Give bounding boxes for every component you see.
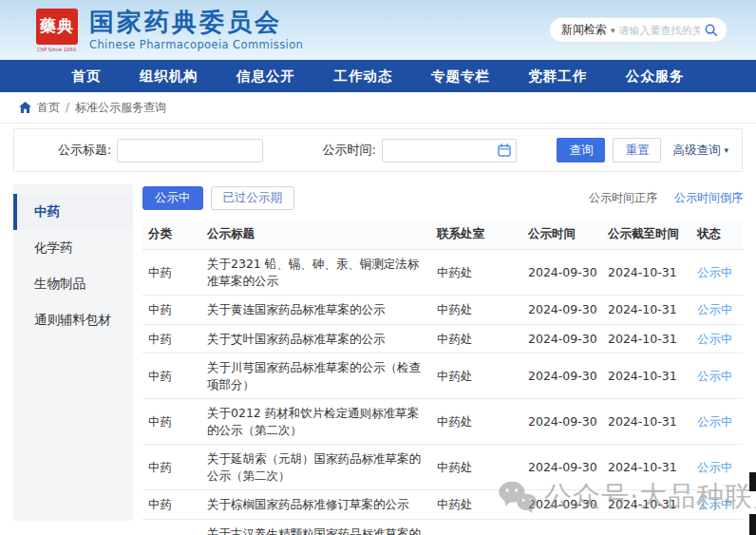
cell-category: 中药: [142, 250, 201, 296]
page: 藥典 ChP Since 1950 国家药典委员会 Chinese Pharma…: [0, 0, 756, 535]
site-title: 国家药典委员会: [89, 9, 303, 36]
cell-publish-date: 2024-09-30: [522, 296, 602, 325]
nav-item[interactable]: 专题专栏: [431, 67, 490, 86]
cell-title[interactable]: 关于川芎国家药品标准草案的公示（检查项部分）: [201, 353, 431, 399]
filter-title-input[interactable]: [117, 139, 263, 162]
status-link[interactable]: 公示中: [697, 302, 733, 316]
chp-seal-caption: ChP Since 1950: [38, 47, 77, 52]
cell-deadline: 2024-10-31: [602, 490, 691, 520]
cell-office: 中药处: [431, 490, 522, 520]
table-row: 中药 关于0212 药材和饮片检定通则标准草案的公示（第二次） 中药处 2024…: [142, 399, 743, 445]
breadcrumb: 首页 / 标准公示服务查询: [0, 92, 756, 124]
cell-category: 中药: [142, 353, 201, 399]
toolbar: 公示中 已过公示期 公示时间正序 公示时间倒序: [142, 186, 743, 210]
cell-office: 中药处: [431, 399, 522, 445]
table-row: 中药 关于艾叶国家药品标准草案的公示 中药处 2024-09-30 2024-1…: [142, 324, 743, 353]
cell-deadline: 2024-10-31: [602, 324, 691, 353]
cell-publish-date: 2024-09-30: [522, 519, 602, 535]
filter-card: 公示标题: 公示时间: 查询 重置 高级查询 ▾: [13, 128, 743, 172]
nav-item[interactable]: 党群工作: [528, 67, 587, 86]
cell-office: 中药处: [431, 250, 522, 296]
cell-category: 中药: [142, 399, 201, 445]
brand-text: 国家药典委员会 Chinese Pharmacopoeia Commission: [89, 9, 303, 52]
search-input[interactable]: [619, 25, 700, 36]
status-link[interactable]: 公示中: [697, 332, 733, 346]
cell-title[interactable]: 关于2321 铅、镉、砷、汞、铜测定法标准草案的公示: [201, 250, 431, 296]
breadcrumb-home[interactable]: 首页: [37, 100, 60, 116]
site-header: 藥典 ChP Since 1950 国家药典委员会 Chinese Pharma…: [0, 0, 756, 60]
cell-title[interactable]: 关于古汉养生精颗粒国家药品标准草案的公示: [201, 519, 431, 535]
cell-title[interactable]: 关于艾叶国家药品标准草案的公示: [201, 324, 431, 353]
chevron-down-icon: ▾: [724, 145, 728, 155]
tab-in-progress[interactable]: 公示中: [142, 186, 203, 210]
sidebar-item-中药[interactable]: 中药: [13, 194, 133, 230]
sidebar-item-生物制品[interactable]: 生物制品: [13, 266, 133, 302]
filter-title-label: 公示标题:: [58, 142, 111, 159]
chp-logo: 藥典 ChP Since 1950: [36, 9, 78, 52]
category-sidebar: 中药 化学药 生物制品 通则辅料包材: [13, 184, 133, 521]
breadcrumb-current: 标准公示服务查询: [75, 100, 166, 116]
cell-title[interactable]: 关于黄连国家药品标准草案的公示: [201, 296, 431, 325]
calendar-icon[interactable]: [498, 143, 511, 157]
table-row: 中药 关于古汉养生精颗粒国家药品标准草案的公示 中药处 2024-09-30 2…: [142, 519, 743, 535]
sidebar-item-化学药[interactable]: 化学药: [13, 230, 133, 266]
scrollbar-thumb-artifact: [749, 472, 756, 491]
header-status: 状态: [691, 220, 743, 250]
nav-item[interactable]: 公众服务: [626, 67, 685, 86]
cell-title[interactable]: 关于延胡索（元胡）国家药品标准草案的公示（第二次）: [201, 445, 431, 490]
search-icon[interactable]: [704, 23, 718, 37]
header-title: 公示标题: [201, 220, 431, 250]
nav-item[interactable]: 组织机构: [140, 67, 198, 86]
status-link[interactable]: 公示中: [697, 265, 733, 279]
table-row: 中药 关于棕榈国家药品标准修订草案的公示 中药处 2024-09-30 2024…: [142, 490, 743, 520]
chevron-down-icon[interactable]: ▾: [611, 26, 615, 35]
cell-publish-date: 2024-09-30: [522, 445, 602, 490]
search-category-select[interactable]: 新闻检索: [561, 22, 607, 38]
query-button[interactable]: 查询: [557, 138, 605, 162]
nav-item[interactable]: 工作动态: [333, 67, 392, 86]
cell-office: 中药处: [431, 519, 522, 535]
status-link[interactable]: 公示中: [697, 497, 733, 511]
reset-button[interactable]: 重置: [613, 138, 661, 162]
cell-title[interactable]: 关于0212 药材和饮片检定通则标准草案的公示（第二次）: [201, 399, 431, 445]
cell-publish-date: 2024-09-30: [522, 399, 602, 445]
table-row: 中药 关于2321 铅、镉、砷、汞、铜测定法标准草案的公示 中药处 2024-0…: [142, 250, 743, 296]
table-row: 中药 关于川芎国家药品标准草案的公示（检查项部分） 中药处 2024-09-30…: [142, 353, 743, 399]
cell-office: 中药处: [431, 296, 522, 325]
advanced-search-toggle[interactable]: 高级查询 ▾: [672, 143, 728, 159]
tab-expired[interactable]: 已过公示期: [211, 186, 295, 210]
announcement-table: 分类 公示标题 联系处室 公示时间 公示截至时间 状态 中药 关于2321 铅、…: [142, 220, 743, 535]
filter-time-input[interactable]: [382, 139, 517, 162]
nav-item[interactable]: 首页: [71, 67, 101, 86]
sort-ascending-link[interactable]: 公示时间正序: [589, 190, 657, 206]
cell-category: 中药: [142, 324, 201, 353]
home-icon[interactable]: [19, 102, 31, 113]
main-nav: 首页 组织机构 信息公开 工作动态 专题专栏 党群工作 公众服务: [0, 60, 756, 92]
cell-deadline: 2024-10-31: [602, 296, 691, 325]
nav-item[interactable]: 信息公开: [236, 67, 295, 86]
main-panel: 公示中 已过公示期 公示时间正序 公示时间倒序 分类 公示标题 联系处室 公示时…: [133, 184, 743, 535]
header-category: 分类: [142, 220, 201, 250]
filter-time-label: 公示时间:: [322, 142, 375, 159]
announcement-table-body: 中药 关于2321 铅、镉、砷、汞、铜测定法标准草案的公示 中药处 2024-0…: [142, 250, 743, 535]
cell-deadline: 2024-10-31: [602, 445, 691, 490]
header-publish-date: 公示时间: [522, 220, 602, 250]
status-link[interactable]: 公示中: [697, 369, 733, 383]
cell-office: 中药处: [431, 353, 522, 399]
filter-actions: 查询 重置 高级查询 ▾: [557, 138, 728, 162]
cell-title[interactable]: 关于棕榈国家药品标准修订草案的公示: [201, 490, 431, 520]
site-subtitle: Chinese Pharmacopoeia Commission: [89, 38, 303, 51]
site-search: 新闻检索 ▾: [549, 17, 728, 43]
status-link[interactable]: 公示中: [697, 460, 733, 474]
scrollbar-thumb-artifact: [749, 514, 756, 535]
sidebar-item-通则辅料包材[interactable]: 通则辅料包材: [13, 302, 133, 338]
status-link[interactable]: 公示中: [697, 414, 733, 429]
header-deadline: 公示截至时间: [602, 220, 691, 250]
advanced-search-label: 高级查询: [672, 143, 720, 159]
sort-descending-link[interactable]: 公示时间倒序: [674, 190, 743, 206]
cell-deadline: 2024-10-31: [602, 399, 691, 445]
cell-office: 中药处: [431, 324, 522, 353]
header-office: 联系处室: [431, 220, 522, 250]
breadcrumb-separator: /: [66, 101, 69, 114]
cell-publish-date: 2024-09-30: [522, 490, 602, 520]
